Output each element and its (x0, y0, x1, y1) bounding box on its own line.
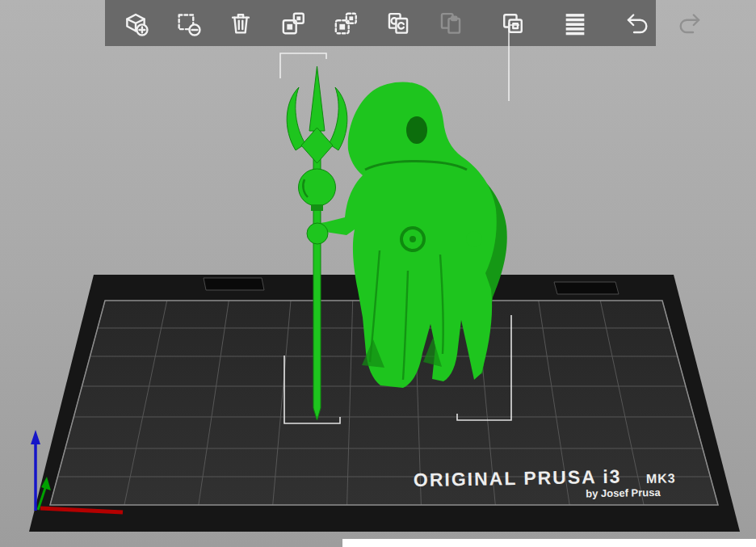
duplicate-squares-icon (499, 10, 527, 37)
squares-dashed-icon (332, 10, 359, 37)
split-to-parts-button[interactable] (328, 4, 363, 43)
model-figurine[interactable] (287, 66, 507, 420)
copy-button[interactable] (380, 4, 416, 43)
paste-button[interactable] (433, 4, 468, 43)
top-toolbar (105, 0, 656, 46)
copy-pages-icon (384, 10, 412, 37)
model-belt-center (410, 236, 416, 242)
paste-pages-icon (437, 10, 464, 37)
redo-arrow-icon (676, 10, 704, 37)
model-right-hand (466, 231, 482, 247)
scene-canvas[interactable]: ORIGINAL PRUSA i3 MK3 by Josef Prusa (0, 0, 756, 547)
layer-view-button[interactable] (557, 4, 593, 43)
add-button[interactable] (118, 4, 153, 43)
remove-cube-minus-icon (174, 10, 202, 37)
bed-brand-model: MK3 (646, 471, 676, 486)
split-to-objects-button[interactable] (275, 4, 311, 43)
add-cube-plus-icon (122, 10, 149, 37)
3d-viewport[interactable]: ORIGINAL PRUSA i3 MK3 by Josef Prusa (0, 0, 756, 547)
remove-button[interactable] (170, 4, 206, 43)
stacked-layers-icon (561, 10, 589, 37)
delete-button[interactable] (223, 4, 258, 43)
squares-solid-icon (279, 10, 307, 37)
bed-byline: by Josef Prusa (586, 486, 662, 500)
z-axis-arrowhead (31, 430, 40, 444)
undo-arrow-icon (624, 10, 651, 37)
undo-button[interactable] (620, 4, 655, 43)
bottom-bar (342, 539, 756, 547)
model-face (406, 116, 427, 144)
redo-button[interactable] (672, 4, 708, 43)
duplicate-button[interactable] (495, 4, 531, 43)
trash-icon (227, 10, 254, 37)
model-left-hand (307, 223, 328, 244)
